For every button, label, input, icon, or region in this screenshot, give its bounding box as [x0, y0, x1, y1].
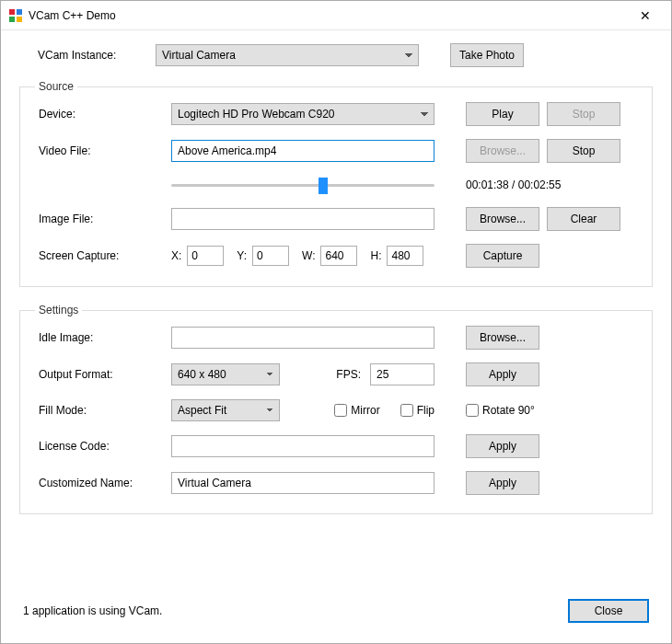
- imagefile-browse-button[interactable]: Browse...: [466, 207, 539, 231]
- rotate-label: Rotate 90°: [482, 404, 535, 417]
- video-progress-slider[interactable]: [171, 176, 434, 194]
- svg-rect-3: [17, 17, 22, 22]
- mirror-label: Mirror: [351, 404, 379, 417]
- video-time-display: 00:01:38 / 00:02:55: [466, 178, 561, 191]
- screencap-label: Screen Capture:: [35, 249, 164, 262]
- videofile-stop-button[interactable]: Stop: [547, 139, 620, 163]
- close-icon: ✕: [640, 8, 651, 23]
- mirror-checkbox[interactable]: Mirror: [334, 404, 379, 417]
- title-bar: VCam C++ Demo ✕: [1, 1, 671, 30]
- window-close-button[interactable]: ✕: [627, 1, 664, 29]
- h-label: H:: [370, 249, 381, 262]
- x-input[interactable]: [187, 246, 224, 266]
- videofile-input[interactable]: [171, 140, 434, 162]
- license-label: License Code:: [35, 440, 164, 453]
- settings-legend: Settings: [35, 304, 82, 316]
- videofile-label: Video File:: [35, 144, 164, 157]
- app-window: VCam C++ Demo ✕ VCam Instance: Virtual C…: [0, 0, 672, 644]
- svg-rect-1: [17, 9, 22, 15]
- app-icon: [8, 8, 23, 23]
- capture-button[interactable]: Capture: [466, 244, 539, 268]
- license-apply-button[interactable]: Apply: [466, 434, 539, 458]
- device-play-button[interactable]: Play: [466, 102, 539, 126]
- imagefile-label: Image File:: [35, 213, 164, 225]
- window-title: VCam C++ Demo: [29, 9, 627, 22]
- x-label: X:: [171, 249, 181, 262]
- device-label: Device:: [35, 108, 164, 121]
- idle-browse-button[interactable]: Browse...: [466, 326, 539, 350]
- outfmt-apply-button[interactable]: Apply: [466, 362, 539, 386]
- flip-checkbox[interactable]: Flip: [400, 404, 434, 417]
- y-label: Y:: [237, 249, 247, 262]
- flip-label: Flip: [417, 404, 434, 417]
- settings-group: Settings Idle Image: Browse... Output Fo…: [19, 304, 653, 514]
- w-input[interactable]: [320, 246, 357, 266]
- idle-label: Idle Image:: [35, 331, 164, 344]
- source-legend: Source: [35, 80, 77, 93]
- svg-rect-2: [9, 17, 15, 22]
- status-text: 1 application is using VCam.: [23, 604, 162, 617]
- bottom-bar: 1 application is using VCam. Close: [19, 595, 653, 627]
- svg-rect-0: [9, 9, 15, 15]
- fillmode-combo[interactable]: Aspect Fit: [171, 399, 280, 421]
- fps-input[interactable]: [370, 363, 434, 385]
- imagefile-input[interactable]: [171, 208, 434, 230]
- instance-label: VCam Instance:: [19, 49, 148, 62]
- h-input[interactable]: [387, 246, 423, 266]
- fillmode-label: Fill Mode:: [35, 404, 164, 417]
- y-input[interactable]: [252, 246, 289, 266]
- outfmt-label: Output Format:: [35, 368, 164, 381]
- imagefile-clear-button[interactable]: Clear: [547, 207, 620, 231]
- outfmt-combo[interactable]: 640 x 480: [171, 363, 280, 385]
- device-combo[interactable]: Logitech HD Pro Webcam C920: [171, 103, 434, 125]
- license-input[interactable]: [171, 435, 434, 457]
- slider-thumb-icon: [319, 178, 328, 194]
- idle-input[interactable]: [171, 327, 434, 349]
- videofile-browse-button[interactable]: Browse...: [466, 139, 539, 163]
- customname-input[interactable]: [171, 472, 434, 494]
- w-label: W:: [302, 249, 315, 262]
- rotate-checkbox[interactable]: Rotate 90°: [466, 404, 535, 417]
- instance-combo[interactable]: Virtual Camera: [156, 44, 419, 66]
- device-stop-button[interactable]: Stop: [547, 102, 620, 126]
- content-area: VCam Instance: Virtual Camera Take Photo…: [1, 30, 671, 643]
- source-group: Source Device: Logitech HD Pro Webcam C9…: [19, 80, 653, 287]
- customname-apply-button[interactable]: Apply: [466, 471, 539, 495]
- close-button[interactable]: Close: [568, 599, 649, 623]
- take-photo-button[interactable]: Take Photo: [450, 43, 524, 67]
- customname-label: Customized Name:: [35, 477, 164, 489]
- fps-label: FPS:: [336, 368, 361, 381]
